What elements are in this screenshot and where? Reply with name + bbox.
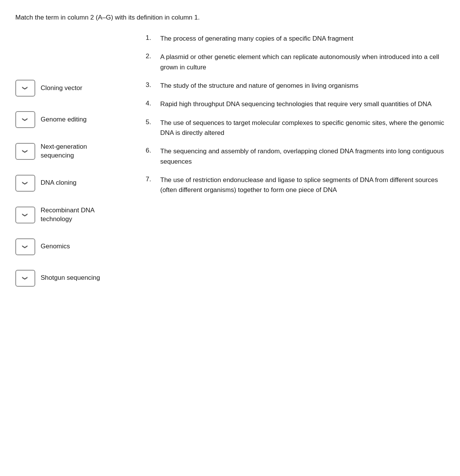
instruction-text: Match the term in column 2 (A–G) with it… xyxy=(15,14,445,21)
term-label-shotgun-sequencing: Shotgun sequencing xyxy=(41,274,100,282)
dropdown-dna-cloning[interactable]: ❯ xyxy=(15,175,35,192)
term-row-genomics: ❯Genomics xyxy=(15,238,146,255)
term-row-cloning-vector: ❯Cloning vector xyxy=(15,80,146,97)
term-row-genome-editing: ❯Genome editing xyxy=(15,111,146,128)
definition-number-5: 5. xyxy=(146,118,156,126)
chevron-down-icon: ❯ xyxy=(22,181,28,185)
chevron-down-icon: ❯ xyxy=(22,117,28,122)
term-row-shotgun-sequencing: ❯Shotgun sequencing xyxy=(15,270,146,287)
dropdown-genomics[interactable]: ❯ xyxy=(15,238,35,255)
term-label-recombinant-dna: Recombinant DNA technology xyxy=(41,206,95,224)
definition-row-4: 4.Rapid high throughput DNA sequencing t… xyxy=(146,99,445,109)
chevron-down-icon: ❯ xyxy=(22,149,28,154)
term-label-dna-cloning: DNA cloning xyxy=(41,179,77,187)
definition-number-2: 2. xyxy=(146,52,156,60)
definition-text-2: A plasmid or other genetic element which… xyxy=(160,52,445,72)
terms-column: ❯Cloning vector❯Genome editing❯Next-gene… xyxy=(15,34,146,301)
term-label-genomics: Genomics xyxy=(41,242,70,251)
definition-text-4: Rapid high throughput DNA sequencing tec… xyxy=(160,99,445,109)
definition-text-5: The use of sequences to target molecular… xyxy=(160,118,445,138)
dropdown-next-gen-sequencing[interactable]: ❯ xyxy=(15,143,35,160)
definition-number-6: 6. xyxy=(146,146,156,154)
definition-number-4: 4. xyxy=(146,99,156,107)
chevron-down-icon: ❯ xyxy=(22,276,28,281)
definition-number-7: 7. xyxy=(146,175,156,183)
dropdown-genome-editing[interactable]: ❯ xyxy=(15,111,35,128)
term-row-recombinant-dna: ❯Recombinant DNA technology xyxy=(15,206,146,224)
definition-text-3: The study of the structure and nature of… xyxy=(160,81,445,91)
definition-text-1: The process of generating many copies of… xyxy=(160,34,445,44)
term-row-next-gen-sequencing: ❯Next-generation sequencing xyxy=(15,143,146,160)
term-label-genome-editing: Genome editing xyxy=(41,115,87,124)
definition-row-5: 5.The use of sequences to target molecul… xyxy=(146,118,445,138)
definition-number-1: 1. xyxy=(146,34,156,42)
definition-text-6: The sequencing and assembly of random, o… xyxy=(160,146,445,167)
definition-row-2: 2.A plasmid or other genetic element whi… xyxy=(146,52,445,72)
term-label-next-gen-sequencing: Next-generation sequencing xyxy=(41,143,87,160)
dropdown-shotgun-sequencing[interactable]: ❯ xyxy=(15,270,35,287)
term-label-cloning-vector: Cloning vector xyxy=(41,84,82,93)
main-layout: ❯Cloning vector❯Genome editing❯Next-gene… xyxy=(15,34,445,301)
definition-row-1: 1.The process of generating many copies … xyxy=(146,34,445,44)
chevron-down-icon: ❯ xyxy=(22,213,28,217)
definition-row-7: 7.The use of restriction endonuclease an… xyxy=(146,175,445,195)
definition-text-7: The use of restriction endonuclease and … xyxy=(160,175,445,195)
term-row-dna-cloning: ❯DNA cloning xyxy=(15,175,146,192)
dropdown-recombinant-dna[interactable]: ❯ xyxy=(15,207,35,223)
chevron-down-icon: ❯ xyxy=(22,86,28,90)
chevron-down-icon: ❯ xyxy=(22,245,28,249)
definition-row-6: 6.The sequencing and assembly of random,… xyxy=(146,146,445,167)
definitions-column: 1.The process of generating many copies … xyxy=(146,34,445,204)
dropdown-cloning-vector[interactable]: ❯ xyxy=(15,80,35,97)
definition-row-3: 3.The study of the structure and nature … xyxy=(146,81,445,91)
definition-number-3: 3. xyxy=(146,81,156,89)
